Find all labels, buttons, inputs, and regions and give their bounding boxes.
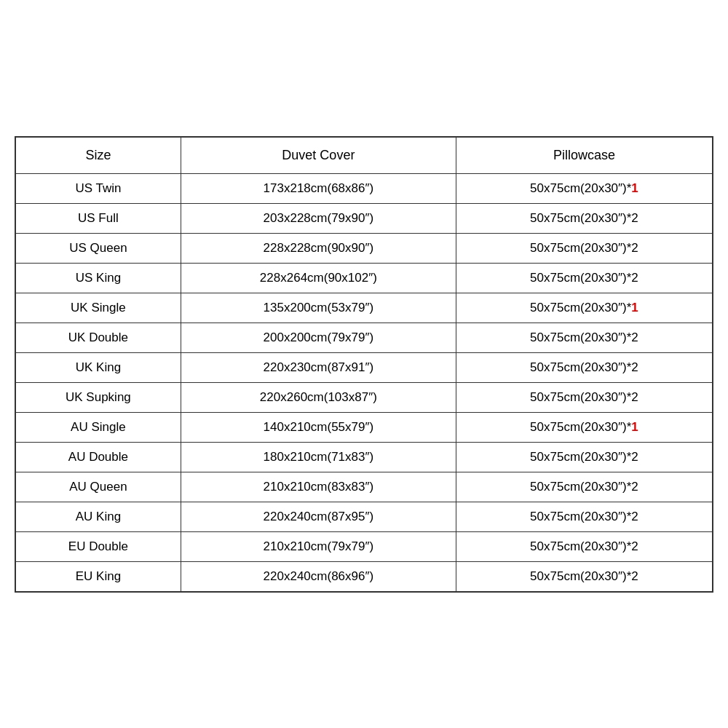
cell-duvet: 220x230cm(87x91″) <box>181 352 456 382</box>
cell-pillow: 50x75cm(20x30″)*1 <box>456 173 712 203</box>
pillow-count: 2 <box>631 569 638 583</box>
cell-duvet: 203x228cm(79x90″) <box>181 203 456 233</box>
cell-pillow: 50x75cm(20x30″)*2 <box>456 561 712 591</box>
cell-size: UK Supking <box>16 382 181 412</box>
table-row: US Twin173x218cm(68x86″)50x75cm(20x30″)*… <box>16 173 713 203</box>
table-row: AU Double180x210cm(71x83″)50x75cm(20x30″… <box>16 442 713 472</box>
table-row: US King228x264cm(90x102″)50x75cm(20x30″)… <box>16 263 713 293</box>
pillow-base-text: 50x75cm(20x30″)* <box>530 301 631 314</box>
cell-size: UK Single <box>16 293 181 323</box>
pillow-count: 1 <box>631 301 638 314</box>
cell-pillow: 50x75cm(20x30″)*2 <box>456 442 712 472</box>
cell-duvet: 173x218cm(68x86″) <box>181 173 456 203</box>
pillow-count: 2 <box>631 510 638 523</box>
header-duvet: Duvet Cover <box>181 137 456 173</box>
pillow-base-text: 50x75cm(20x30″)* <box>530 480 631 494</box>
pillow-count: 2 <box>631 480 638 494</box>
table-row: US Queen228x228cm(90x90″)50x75cm(20x30″)… <box>16 233 713 263</box>
table-row: UK King220x230cm(87x91″)50x75cm(20x30″)*… <box>16 352 713 382</box>
cell-size: AU King <box>16 502 181 531</box>
table-row: EU King220x240cm(86x96″)50x75cm(20x30″)*… <box>16 561 713 591</box>
cell-size: US Twin <box>16 173 181 203</box>
cell-duvet: 210x210cm(83x83″) <box>181 472 456 502</box>
pillow-count: 2 <box>631 390 638 404</box>
pillow-count: 2 <box>631 331 638 344</box>
cell-duvet: 220x240cm(87x95″) <box>181 502 456 531</box>
cell-pillow: 50x75cm(20x30″)*2 <box>456 382 712 412</box>
cell-duvet: 220x260cm(103x87″) <box>181 382 456 412</box>
cell-duvet: 135x200cm(53x79″) <box>181 293 456 323</box>
pillow-count: 1 <box>631 420 638 434</box>
cell-size: UK Double <box>16 323 181 352</box>
pillow-base-text: 50x75cm(20x30″)* <box>530 271 631 285</box>
pillow-count: 1 <box>631 181 638 195</box>
size-chart-table: Size Duvet Cover Pillowcase US Twin173x2… <box>15 137 713 592</box>
cell-size: US Full <box>16 203 181 233</box>
cell-size: EU Double <box>16 531 181 561</box>
cell-duvet: 140x210cm(55x79″) <box>181 412 456 442</box>
table-row: US Full203x228cm(79x90″)50x75cm(20x30″)*… <box>16 203 713 233</box>
cell-pillow: 50x75cm(20x30″)*2 <box>456 203 712 233</box>
table-row: UK Single135x200cm(53x79″)50x75cm(20x30″… <box>16 293 713 323</box>
pillow-base-text: 50x75cm(20x30″)* <box>530 510 631 523</box>
pillow-base-text: 50x75cm(20x30″)* <box>530 211 631 225</box>
cell-pillow: 50x75cm(20x30″)*2 <box>456 472 712 502</box>
pillow-base-text: 50x75cm(20x30″)* <box>530 569 631 583</box>
cell-size: EU King <box>16 561 181 591</box>
pillow-base-text: 50x75cm(20x30″)* <box>530 420 631 434</box>
cell-duvet: 200x200cm(79x79″) <box>181 323 456 352</box>
size-chart-container: Size Duvet Cover Pillowcase US Twin173x2… <box>15 136 713 593</box>
cell-pillow: 50x75cm(20x30″)*2 <box>456 233 712 263</box>
header-size: Size <box>16 137 181 173</box>
pillow-base-text: 50x75cm(20x30″)* <box>530 181 631 195</box>
cell-size: AU Double <box>16 442 181 472</box>
cell-size: UK King <box>16 352 181 382</box>
table-row: AU King220x240cm(87x95″)50x75cm(20x30″)*… <box>16 502 713 531</box>
cell-pillow: 50x75cm(20x30″)*2 <box>456 323 712 352</box>
header-pillow: Pillowcase <box>456 137 712 173</box>
cell-duvet: 180x210cm(71x83″) <box>181 442 456 472</box>
pillow-base-text: 50x75cm(20x30″)* <box>530 539 631 553</box>
cell-pillow: 50x75cm(20x30″)*2 <box>456 531 712 561</box>
cell-size: AU Queen <box>16 472 181 502</box>
cell-pillow: 50x75cm(20x30″)*1 <box>456 412 712 442</box>
pillow-base-text: 50x75cm(20x30″)* <box>530 450 631 464</box>
table-row: UK Double200x200cm(79x79″)50x75cm(20x30″… <box>16 323 713 352</box>
table-row: AU Queen210x210cm(83x83″)50x75cm(20x30″)… <box>16 472 713 502</box>
pillow-count: 2 <box>631 271 638 285</box>
table-row: UK Supking220x260cm(103x87″)50x75cm(20x3… <box>16 382 713 412</box>
pillow-count: 2 <box>631 241 638 255</box>
cell-pillow: 50x75cm(20x30″)*2 <box>456 502 712 531</box>
cell-pillow: 50x75cm(20x30″)*2 <box>456 352 712 382</box>
pillow-base-text: 50x75cm(20x30″)* <box>530 241 631 255</box>
cell-duvet: 228x228cm(90x90″) <box>181 233 456 263</box>
pillow-base-text: 50x75cm(20x30″)* <box>530 331 631 344</box>
cell-size: US Queen <box>16 233 181 263</box>
cell-duvet: 228x264cm(90x102″) <box>181 263 456 293</box>
table-row: AU Single140x210cm(55x79″)50x75cm(20x30″… <box>16 412 713 442</box>
pillow-count: 2 <box>631 539 638 553</box>
cell-size: US King <box>16 263 181 293</box>
cell-duvet: 220x240cm(86x96″) <box>181 561 456 591</box>
cell-pillow: 50x75cm(20x30″)*1 <box>456 293 712 323</box>
pillow-count: 2 <box>631 360 638 374</box>
pillow-base-text: 50x75cm(20x30″)* <box>530 390 631 404</box>
pillow-count: 2 <box>631 450 638 464</box>
cell-pillow: 50x75cm(20x30″)*2 <box>456 263 712 293</box>
pillow-count: 2 <box>631 211 638 225</box>
cell-duvet: 210x210cm(79x79″) <box>181 531 456 561</box>
pillow-base-text: 50x75cm(20x30″)* <box>530 360 631 374</box>
table-row: EU Double210x210cm(79x79″)50x75cm(20x30″… <box>16 531 713 561</box>
table-header-row: Size Duvet Cover Pillowcase <box>16 137 713 173</box>
cell-size: AU Single <box>16 412 181 442</box>
